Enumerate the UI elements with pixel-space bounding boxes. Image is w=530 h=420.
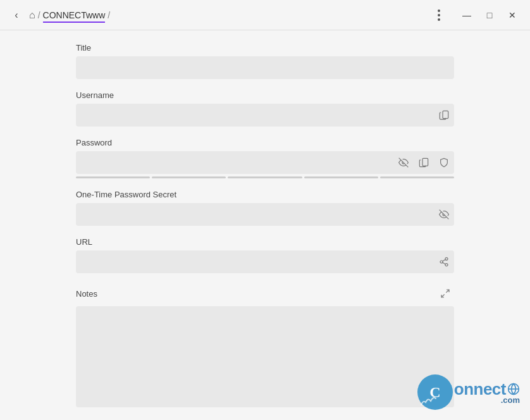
svg-point-5 [440,261,443,263]
breadcrumb: ⌂ / CONNECTwww / [29,9,110,21]
close-button[interactable]: ✕ [502,5,522,25]
url-field-group: URL [76,237,454,273]
share-icon [439,257,449,267]
minimize-icon: — [462,10,471,20]
otp-toggle-visibility-button[interactable] [434,203,454,226]
title-field-group: Title [76,43,454,79]
main-content: Title Username Password [0,30,530,420]
otp-input-wrapper [76,203,454,226]
titlebar-left: ‹ ⌂ / CONNECTwww / [8,6,110,24]
maximize-button[interactable]: □ [479,5,500,25]
password-icons [393,151,454,174]
password-strength-bar [76,176,454,178]
strength-segment-5 [380,176,454,178]
svg-rect-2 [422,158,428,166]
minimize-button[interactable]: — [457,5,477,25]
clipboard-icon [439,110,449,120]
url-label: URL [76,237,454,247]
password-copy-button[interactable] [414,151,434,174]
notes-label: Notes [76,289,97,299]
username-input[interactable] [76,104,454,127]
breadcrumb-current[interactable]: CONNECTwww [43,10,106,20]
breadcrumb-sep2: / [108,10,110,20]
svg-line-10 [441,294,445,297]
svg-rect-0 [443,111,448,118]
title-label: Title [76,43,454,52]
dots-icon [438,9,440,21]
notes-header: Notes [76,285,454,302]
titlebar: ‹ ⌂ / CONNECTwww / — □ ✕ [0,0,530,30]
notes-field-group: Notes [76,285,454,409]
username-label: Username [76,90,454,100]
notes-textarea[interactable] [76,306,454,407]
eye-off-icon [398,158,409,168]
shield-icon [439,158,449,168]
url-input[interactable] [76,250,454,273]
back-button[interactable]: ‹ [8,6,25,24]
eye-off-icon [439,209,449,219]
username-input-wrapper [76,104,454,127]
url-share-button[interactable] [434,250,454,273]
svg-line-7 [443,262,446,264]
url-input-wrapper [76,250,454,273]
username-copy-button[interactable] [434,104,454,127]
home-icon: ⌂ [29,9,35,21]
otp-input[interactable] [76,203,454,226]
clipboard-icon [419,158,429,168]
svg-line-9 [446,290,449,293]
password-toggle-visibility-button[interactable] [393,151,414,174]
username-field-group: Username [76,90,454,127]
strength-segment-2 [152,176,226,178]
context-menu-button[interactable] [429,5,449,25]
svg-point-4 [445,257,448,260]
password-label: Password [76,138,454,147]
strength-segment-1 [76,176,150,178]
password-field-group: Password [76,138,454,178]
breadcrumb-sep1: / [38,10,40,20]
password-input-wrapper [76,151,454,174]
expand-icon [440,288,450,299]
titlebar-right: — □ ✕ [429,5,522,25]
title-input[interactable] [76,56,454,79]
username-icons [434,104,454,127]
title-input-wrapper [76,56,454,79]
strength-segment-4 [304,176,378,178]
otp-icons [434,203,454,226]
url-icons [434,250,454,273]
close-icon: ✕ [508,10,516,20]
password-generate-button[interactable] [434,151,454,174]
otp-field-group: One-Time Password Secret [76,190,454,226]
otp-label: One-Time Password Secret [76,190,454,199]
strength-segment-3 [228,176,302,178]
svg-point-6 [445,264,448,266]
notes-expand-button[interactable] [436,285,454,302]
svg-line-8 [443,259,446,261]
maximize-icon: □ [487,10,492,20]
